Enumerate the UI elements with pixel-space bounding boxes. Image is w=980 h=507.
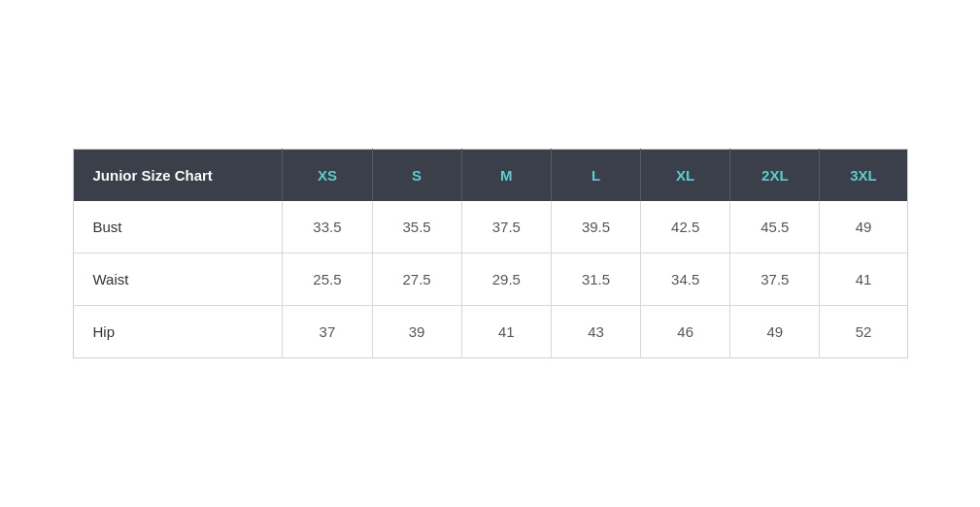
- waist-2xl: 37.5: [730, 254, 820, 306]
- table-row: Waist 25.5 27.5 29.5 31.5 34.5 37.5 41: [73, 254, 907, 306]
- waist-m: 29.5: [461, 254, 551, 306]
- col-s: S: [372, 150, 461, 202]
- waist-xs: 25.5: [283, 254, 372, 306]
- row-label-bust: Bust: [73, 201, 283, 254]
- waist-s: 27.5: [372, 254, 461, 306]
- bust-xl: 42.5: [641, 201, 730, 254]
- row-label-waist: Waist: [73, 254, 283, 306]
- col-xs: XS: [283, 150, 372, 202]
- size-chart-container: Junior Size Chart XS S M L XL 2XL 3XL Bu…: [73, 149, 908, 358]
- bust-2xl: 45.5: [730, 201, 820, 254]
- col-l: L: [551, 150, 640, 202]
- waist-l: 31.5: [551, 254, 640, 306]
- hip-3xl: 52: [820, 306, 907, 358]
- size-chart-table: Junior Size Chart XS S M L XL 2XL 3XL Bu…: [73, 149, 908, 358]
- table-header-row: Junior Size Chart XS S M L XL 2XL 3XL: [73, 150, 907, 202]
- bust-xs: 33.5: [283, 201, 372, 254]
- col-3xl: 3XL: [820, 150, 907, 202]
- table-title: Junior Size Chart: [73, 150, 283, 202]
- hip-s: 39: [372, 306, 461, 358]
- hip-m: 41: [461, 306, 551, 358]
- hip-xs: 37: [283, 306, 372, 358]
- waist-3xl: 41: [820, 254, 907, 306]
- bust-s: 35.5: [372, 201, 461, 254]
- col-m: M: [461, 150, 551, 202]
- waist-xl: 34.5: [641, 254, 730, 306]
- bust-m: 37.5: [461, 201, 551, 254]
- bust-l: 39.5: [551, 201, 640, 254]
- table-row: Bust 33.5 35.5 37.5 39.5 42.5 45.5 49: [73, 201, 907, 254]
- col-2xl: 2XL: [730, 150, 820, 202]
- hip-2xl: 49: [730, 306, 820, 358]
- hip-l: 43: [551, 306, 640, 358]
- table-row: Hip 37 39 41 43 46 49 52: [73, 306, 907, 358]
- row-label-hip: Hip: [73, 306, 283, 358]
- hip-xl: 46: [641, 306, 730, 358]
- col-xl: XL: [641, 150, 730, 202]
- bust-3xl: 49: [820, 201, 907, 254]
